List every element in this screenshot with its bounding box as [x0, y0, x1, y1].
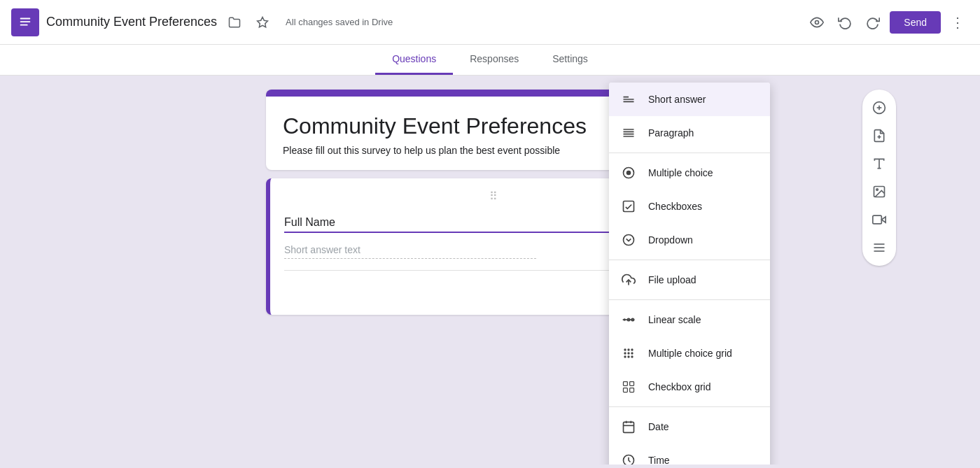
- tab-questions[interactable]: Questions: [375, 45, 453, 75]
- menu-label-multiple-choice: Multiple choice: [648, 167, 713, 178]
- svg-rect-2: [20, 24, 28, 25]
- checkbox-icon: [620, 198, 637, 215]
- menu-divider-2: [609, 260, 770, 260]
- menu-label-linear-scale: Linear scale: [648, 314, 701, 325]
- svg-marker-3: [258, 17, 268, 27]
- topbar-right: Send ⋮: [806, 10, 969, 35]
- svg-point-40: [631, 348, 633, 350]
- menu-item-checkboxes[interactable]: Checkboxes: [609, 190, 770, 223]
- preview-button[interactable]: [806, 11, 828, 34]
- topbar: Community Event Preferences All changes …: [0, 0, 980, 45]
- undo-button[interactable]: [834, 11, 856, 34]
- more-options-button[interactable]: ⋮: [946, 10, 969, 35]
- svg-rect-1: [20, 21, 31, 22]
- svg-rect-49: [624, 388, 628, 392]
- clock-icon: [620, 452, 637, 465]
- menu-label-date: Date: [648, 421, 669, 432]
- svg-rect-50: [630, 388, 634, 392]
- svg-rect-48: [630, 382, 634, 386]
- folder-button[interactable]: [224, 12, 245, 33]
- lines-short-icon: [620, 91, 637, 108]
- import-questions-button[interactable]: [867, 123, 892, 148]
- menu-item-time[interactable]: Time: [609, 444, 770, 465]
- svg-point-43: [631, 352, 633, 354]
- menu-item-multiple-choice-grid[interactable]: Multiple choice grid: [609, 336, 770, 370]
- calendar-icon: [620, 418, 637, 435]
- svg-point-16: [876, 189, 878, 191]
- svg-rect-31: [624, 201, 634, 212]
- tabs-bar: Questions Responses Settings: [0, 45, 980, 76]
- menu-label-time: Time: [648, 455, 670, 465]
- svg-marker-17: [881, 217, 886, 222]
- svg-point-46: [631, 355, 633, 357]
- lines-para-icon: [620, 125, 637, 141]
- topbar-left: Community Event Preferences All changes …: [11, 8, 806, 36]
- svg-point-45: [627, 355, 629, 357]
- add-title-button[interactable]: [867, 151, 892, 176]
- radio-icon: [620, 164, 637, 181]
- star-button[interactable]: [252, 12, 273, 33]
- dropdown-menu: Short answer Paragraph: [609, 83, 770, 465]
- menu-item-paragraph[interactable]: Paragraph: [609, 116, 770, 150]
- svg-rect-51: [624, 422, 634, 432]
- menu-item-date[interactable]: Date: [609, 410, 770, 444]
- menu-label-checkboxes: Checkboxes: [648, 201, 702, 212]
- doc-title: Community Event Preferences: [46, 15, 217, 29]
- menu-divider-4: [609, 406, 770, 407]
- add-question-button[interactable]: [867, 95, 892, 120]
- add-video-button[interactable]: [867, 207, 892, 232]
- svg-point-35: [624, 318, 626, 320]
- main-content: Community Event Preferences Please fill …: [0, 76, 980, 465]
- menu-label-paragraph: Paragraph: [648, 127, 694, 139]
- menu-item-dropdown[interactable]: Dropdown: [609, 223, 770, 257]
- menu-label-file-upload: File upload: [648, 274, 696, 285]
- svg-point-44: [624, 355, 626, 357]
- svg-point-30: [626, 171, 631, 176]
- svg-point-4: [816, 20, 819, 24]
- menu-item-file-upload[interactable]: File upload: [609, 263, 770, 297]
- grid-radio-icon: [620, 345, 637, 362]
- upload-icon: [620, 271, 637, 288]
- menu-label-multiple-choice-grid: Multiple choice grid: [648, 348, 732, 359]
- menu-item-short-answer[interactable]: Short answer: [609, 83, 770, 116]
- menu-item-checkbox-grid[interactable]: Checkbox grid: [609, 370, 770, 404]
- tab-responses[interactable]: Responses: [453, 45, 536, 75]
- add-image-sidebar-button[interactable]: [867, 179, 892, 204]
- right-sidebar: [862, 90, 896, 266]
- redo-button[interactable]: [862, 11, 884, 34]
- linear-icon: [620, 311, 637, 328]
- menu-label-short-answer: Short answer: [648, 94, 706, 105]
- menu-label-dropdown: Dropdown: [648, 234, 693, 246]
- answer-placeholder: Short answer text: [284, 244, 536, 259]
- menu-divider-3: [609, 299, 770, 300]
- svg-rect-0: [20, 17, 31, 19]
- menu-divider-1: [609, 153, 770, 153]
- send-button[interactable]: Send: [890, 11, 941, 34]
- menu-label-checkbox-grid: Checkbox grid: [648, 381, 711, 392]
- svg-rect-18: [873, 215, 882, 224]
- svg-point-32: [624, 235, 634, 246]
- svg-point-42: [627, 352, 629, 354]
- svg-rect-47: [624, 382, 628, 386]
- svg-point-38: [624, 348, 626, 350]
- menu-item-linear-scale[interactable]: Linear scale: [609, 303, 770, 336]
- chevron-circle-icon: [620, 232, 637, 248]
- app-icon: [11, 8, 39, 36]
- menu-item-multiple-choice[interactable]: Multiple choice: [609, 156, 770, 190]
- svg-point-39: [627, 348, 629, 350]
- tab-settings[interactable]: Settings: [536, 45, 605, 75]
- saved-text: All changes saved in Drive: [286, 17, 393, 27]
- add-section-button[interactable]: [867, 235, 892, 260]
- grid-check-icon: [620, 378, 637, 395]
- svg-point-41: [624, 352, 626, 354]
